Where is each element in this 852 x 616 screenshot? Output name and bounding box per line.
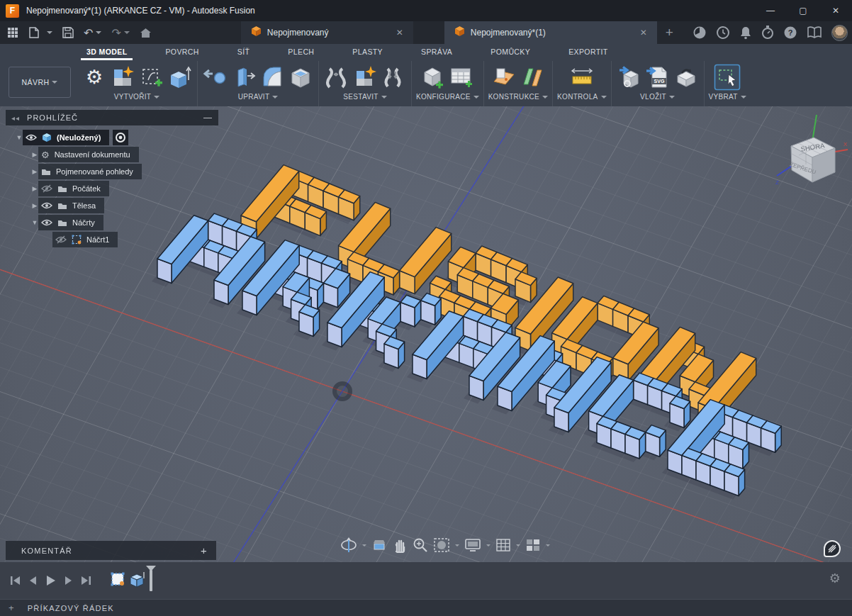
tree-row-bodies[interactable]: ▶ Tělesa: [31, 198, 218, 213]
group-label-kontrola[interactable]: KONTROLA: [557, 92, 606, 103]
shell-icon[interactable]: [287, 64, 314, 91]
orbit-dropdown-caret[interactable]: [362, 544, 366, 547]
add-comment-icon[interactable]: +: [201, 544, 208, 556]
collapse-panel-icon[interactable]: ◂◂: [11, 114, 20, 122]
notifications-bell-icon[interactable]: [739, 26, 752, 40]
create-sketch-icon[interactable]: [138, 64, 164, 91]
timeline-go-start-icon[interactable]: [10, 576, 21, 586]
timeline-extrude-feature[interactable]: [128, 570, 145, 591]
command-line-bar[interactable]: + PŘÍKAZOVÝ ŘÁDEK: [0, 599, 852, 616]
tree-row-sketch1[interactable]: Náčrt1: [52, 232, 218, 247]
new-tab-button[interactable]: +: [657, 21, 682, 44]
window-zoom-dropdown-caret[interactable]: [455, 544, 459, 547]
viewports-icon[interactable]: [525, 538, 541, 552]
insert-mesh-icon[interactable]: [616, 64, 643, 91]
group-label-konstrukce[interactable]: KONSTRUKCE: [488, 92, 548, 103]
tree-row-root[interactable]: ▼ (Neuložený): [16, 130, 218, 145]
chevron-right-icon[interactable]: ▶: [31, 202, 38, 209]
app-grid-icon[interactable]: [7, 27, 18, 38]
look-at-icon[interactable]: [371, 538, 387, 552]
group-label-sestavit[interactable]: SESTAVIT: [343, 92, 386, 103]
measure-icon[interactable]: [568, 64, 595, 91]
maximize-button[interactable]: ▢: [787, 0, 819, 21]
tree-row-named-views[interactable]: ▶ Pojmenované pohledy: [31, 164, 218, 179]
fillet-icon[interactable]: [259, 64, 286, 91]
document-tab-2-active[interactable]: Nepojmenovaný*(1) ✕: [444, 21, 657, 44]
group-label-vybrat[interactable]: VYBRAT: [709, 92, 746, 103]
file-menu-icon[interactable]: [28, 27, 52, 38]
save-icon[interactable]: [62, 27, 74, 38]
chevron-right-icon[interactable]: ▶: [31, 151, 38, 158]
display-dropdown-caret[interactable]: [486, 544, 491, 547]
display-settings-icon[interactable]: [464, 538, 481, 552]
window-zoom-icon[interactable]: [433, 537, 450, 553]
tree-row-document-settings[interactable]: ▶ ⚙ Nastavení dokumentu: [31, 147, 218, 162]
group-label-vlozit[interactable]: VLOŽIT: [640, 92, 675, 103]
help-icon[interactable]: ?: [783, 26, 797, 40]
timeline-position-marker[interactable]: [150, 570, 152, 591]
configuration-table-icon[interactable]: [448, 64, 475, 91]
group-label-vytvorit[interactable]: VYTVOŘIT: [114, 92, 159, 103]
eye-icon[interactable]: [26, 134, 37, 141]
ribbon-tab-plasty[interactable]: PLASTY: [349, 44, 386, 61]
ribbon-tab-exportit[interactable]: EXPORTIT: [566, 44, 611, 61]
minimize-panel-icon[interactable]: —: [203, 113, 213, 123]
eye-icon[interactable]: [41, 219, 52, 226]
timeline-settings-gear-icon[interactable]: ⚙: [829, 572, 841, 585]
undo-icon[interactable]: ↶: [84, 26, 101, 40]
eye-off-icon[interactable]: [41, 184, 52, 193]
minimize-button[interactable]: —: [754, 0, 787, 21]
timer-icon[interactable]: [761, 26, 774, 40]
ribbon-tab-3d-model[interactable]: 3D MODEL: [84, 44, 130, 61]
pan-icon[interactable]: [392, 537, 408, 553]
zoom-icon[interactable]: [413, 537, 428, 553]
chevron-right-icon[interactable]: ▶: [31, 185, 38, 192]
group-label-konfigurace[interactable]: KONFIGURACE: [416, 92, 479, 103]
user-avatar[interactable]: [831, 25, 848, 41]
tab-close-icon[interactable]: ✕: [637, 28, 650, 38]
tab-close-icon[interactable]: ✕: [393, 28, 406, 38]
press-pull-icon[interactable]: [202, 64, 229, 91]
timeline-go-end-icon[interactable]: [81, 576, 91, 586]
configure-cube-icon[interactable]: [420, 64, 447, 91]
ribbon-tab-sprava[interactable]: SPRÁVA: [418, 44, 455, 61]
offset-face-icon[interactable]: [230, 64, 257, 91]
timeline-sketch-feature[interactable]: [110, 570, 125, 591]
redo-icon[interactable]: ↷: [111, 26, 129, 40]
ribbon-tab-pomucky[interactable]: POMŮCKY: [488, 44, 533, 61]
home-icon[interactable]: [140, 28, 152, 38]
grid-dropdown-caret[interactable]: [516, 544, 520, 547]
insert-svg-icon[interactable]: SVG: [644, 64, 671, 91]
extensions-icon[interactable]: [693, 26, 707, 40]
learning-book-icon[interactable]: [807, 26, 822, 39]
design-mode-dropdown[interactable]: NÁVRH: [9, 67, 71, 98]
joint-icon[interactable]: [323, 64, 350, 91]
construction-plane-icon[interactable]: [491, 64, 517, 91]
close-button[interactable]: ✕: [819, 0, 852, 21]
activate-component-radio[interactable]: [113, 130, 128, 145]
ribbon-tab-plech[interactable]: PLECH: [285, 44, 317, 61]
eye-off-icon[interactable]: [55, 235, 67, 244]
tree-row-sketches[interactable]: ▼ Náčrty: [31, 215, 218, 230]
join-bodies-icon[interactable]: [380, 64, 407, 91]
chevron-right-icon[interactable]: ▶: [31, 168, 38, 175]
eye-icon[interactable]: [41, 202, 52, 209]
new-component-icon[interactable]: [352, 64, 379, 91]
tree-row-origin[interactable]: ▶ Počátek: [31, 181, 218, 196]
document-tab-1[interactable]: Nepojmenovaný ✕: [241, 21, 413, 44]
solid-settings-gear-icon[interactable]: ⚙: [81, 64, 108, 91]
3d-viewport[interactable]: ◂◂ PROHLÍŽEČ — ▼ (Neuložený) ▶ ⚙: [0, 106, 852, 562]
timeline-play-icon[interactable]: [45, 575, 56, 586]
job-status-clock-icon[interactable]: [716, 26, 730, 40]
extrude-icon[interactable]: [166, 64, 193, 91]
derive-icon[interactable]: [673, 64, 700, 91]
ribbon-tab-sit[interactable]: SÍŤ: [235, 44, 253, 61]
feedback-balloon-icon[interactable]: [824, 540, 841, 557]
comment-bar[interactable]: KOMENTÁŘ +: [6, 541, 216, 560]
orbit-icon[interactable]: [340, 537, 357, 553]
group-label-upravit[interactable]: UPRAVIT: [238, 92, 279, 103]
view-cube[interactable]: X Z SHORA ZEPŘEDU: [770, 109, 851, 197]
timeline-step-forward-icon[interactable]: [64, 576, 73, 586]
viewports-dropdown-caret[interactable]: [546, 544, 550, 547]
grid-icon[interactable]: [495, 538, 511, 552]
